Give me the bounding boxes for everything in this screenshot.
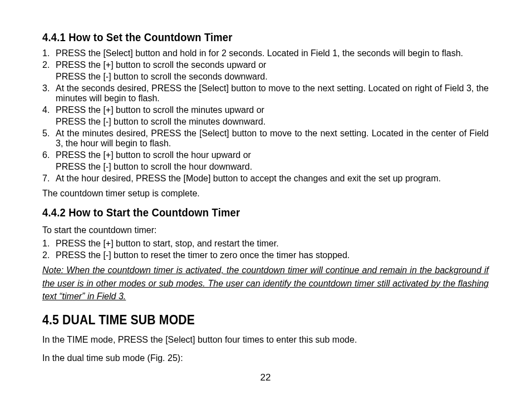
step-text: PRESS the [-] button to reset the timer … bbox=[56, 250, 489, 260]
step-text-cont: PRESS the [-] button to scroll the hour … bbox=[56, 162, 489, 172]
step-number: 2. bbox=[42, 250, 56, 260]
body-4-5-p2: In the dual time sub mode (Fig. 25): bbox=[42, 352, 489, 364]
step-number: 2. bbox=[42, 60, 56, 70]
step-number: 3. bbox=[42, 83, 56, 103]
heading-4-4-2: 4.4.2 How to Start the Countdown Timer bbox=[42, 206, 453, 219]
list-item: 2.PRESS the [-] button to reset the time… bbox=[42, 250, 489, 260]
list-item: 5.At the minutes desired, PRESS the [Sel… bbox=[42, 129, 489, 149]
list-item: 6.PRESS the [+] button to scroll the hou… bbox=[42, 150, 489, 160]
step-number: 7. bbox=[42, 174, 56, 184]
note-4-4-2: Note: When the countdown timer is activa… bbox=[42, 264, 489, 303]
list-item: 3.At the seconds desired, PRESS the [Sel… bbox=[42, 83, 489, 103]
steps-4-4-2: 1.PRESS the [+] button to start, stop, a… bbox=[42, 239, 489, 260]
step-text: PRESS the [+] button to start, stop, and… bbox=[56, 239, 489, 249]
list-item: 2.PRESS the [+] button to scroll the sec… bbox=[42, 60, 489, 70]
page-number: 22 bbox=[42, 372, 489, 383]
step-text: PRESS the [+] button to scroll the minut… bbox=[56, 105, 489, 115]
step-text-cont: PRESS the [-] button to scroll the secon… bbox=[56, 72, 489, 82]
heading-4-5: 4.5 DUAL TIME SUB MODE bbox=[42, 313, 453, 328]
step-text: At the hour desired, PRESS the [Mode] bu… bbox=[56, 174, 489, 184]
step-number: 1. bbox=[42, 48, 56, 58]
list-item: 1.PRESS the [Select] button and hold in … bbox=[42, 48, 489, 58]
step-text: At the minutes desired, PRESS the [Selec… bbox=[56, 129, 489, 149]
list-item: 1.PRESS the [+] button to start, stop, a… bbox=[42, 239, 489, 249]
step-text: PRESS the [Select] button and hold in fo… bbox=[56, 48, 489, 58]
step-number: 1. bbox=[42, 239, 56, 249]
step-text-cont: PRESS the [-] button to scroll the minut… bbox=[56, 117, 489, 127]
step-number: 6. bbox=[42, 150, 56, 160]
list-item: 7.At the hour desired, PRESS the [Mode] … bbox=[42, 174, 489, 184]
list-item: 4.PRESS the [+] button to scroll the min… bbox=[42, 105, 489, 115]
body-4-5-p1: In the TIME mode, PRESS the [Select] but… bbox=[42, 333, 489, 346]
step-text: PRESS the [+] button to scroll the hour … bbox=[56, 150, 489, 160]
step-text: At the seconds desired, PRESS the [Selec… bbox=[56, 83, 489, 103]
step-number: 4. bbox=[42, 105, 56, 115]
step-number: 5. bbox=[42, 129, 56, 149]
document-page: 4.4.1 How to Set the Countdown Timer 1.P… bbox=[0, 0, 531, 420]
step-text: PRESS the [+] button to scroll the secon… bbox=[56, 60, 489, 70]
steps-4-4-1: 1.PRESS the [Select] button and hold in … bbox=[42, 48, 489, 184]
heading-4-4-1: 4.4.1 How to Set the Countdown Timer bbox=[42, 31, 453, 44]
closing-4-4-1: The countdown timer setup is complete. bbox=[42, 187, 489, 200]
intro-4-4-2: To start the countdown timer: bbox=[42, 224, 489, 236]
